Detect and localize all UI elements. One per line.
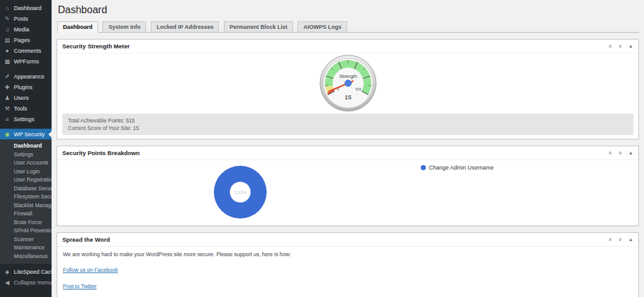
collapse-menu-button[interactable]: ◀ Collapse menu (0, 277, 52, 288)
gauge-title: Strength (339, 73, 357, 79)
sidebar-separator (0, 67, 52, 71)
toggle-panel-icon[interactable]: ▲ (628, 237, 633, 242)
legend-label: Change Admin Username (429, 165, 494, 171)
score-summary-box: Total Achievable Points: 515 Current Sco… (62, 114, 633, 135)
main-content: Dashboard Dashboard System Info Locked I… (52, 0, 644, 297)
gauge-hub (345, 80, 351, 86)
breakdown-chart-area: 100% Change Admin Username (57, 160, 638, 225)
security-strength-meter-panel: Security Strength Meter ∧ ∨ ▲ (57, 39, 639, 139)
sidebar-item-settings[interactable]: ≡ Settings (0, 114, 52, 124)
security-points-breakdown-panel: Security Points Breakdown ∧ ∨ ▲ 100% Cha… (57, 146, 639, 226)
post-twitter-link[interactable]: Post to Twitter (63, 283, 97, 289)
sidebar-item-wpforms[interactable]: ▦ WPForms (0, 56, 52, 67)
sidebar-item-label: LiteSpeed Cache (14, 269, 57, 275)
sidebar-item-label: Media (14, 26, 30, 33)
tab-bar: Dashboard System Info Locked IP Addresse… (57, 20, 639, 33)
sidebar-item-appearance[interactable]: ✐ Appearance (0, 71, 52, 82)
tab-locked-ip-addresses[interactable]: Locked IP Addresses (151, 21, 219, 32)
submenu-item-database-security[interactable]: Database Security (0, 185, 52, 193)
donut-center-label: 100% (234, 190, 247, 195)
comments-icon: ● (4, 48, 11, 54)
submenu-item-miscellaneous[interactable]: Miscellaneous (0, 252, 52, 261)
move-down-icon[interactable]: ∨ (618, 151, 622, 156)
sidebar-item-wp-security[interactable]: ◉ WP Security (0, 129, 52, 139)
total-achievable-points: Total Achievable Points: 515 (68, 117, 628, 124)
sidebar-item-label: Appearance (14, 73, 45, 80)
posts-icon: ✎ (4, 16, 11, 22)
panel-title: Security Points Breakdown (62, 149, 140, 156)
panel-header[interactable]: Security Strength Meter ∧ ∨ ▲ (57, 40, 638, 53)
submenu-item-spam-prevention[interactable]: SPAM Prevention (0, 227, 52, 235)
panel-header[interactable]: Spread the Word ∧ ∨ ▲ (57, 233, 638, 247)
collapse-menu-label: Collapse menu (14, 279, 52, 286)
admin-sidebar: ⌂ Dashboard ✎ Posts ♫ Media ▤ Pages ● Co… (0, 0, 52, 297)
move-up-icon[interactable]: ∧ (608, 44, 612, 49)
submenu-item-scanner[interactable]: Scanner (0, 235, 52, 244)
submenu-item-user-accounts[interactable]: User Accounts (0, 159, 52, 168)
sidebar-item-media[interactable]: ♫ Media (0, 24, 52, 35)
toggle-panel-icon[interactable]: ▲ (628, 151, 633, 156)
submenu-item-settings[interactable]: Settings (0, 151, 52, 159)
gauge-chart: Strength 0 515 15 (319, 54, 377, 112)
submenu-item-maintenance[interactable]: Maintenance (0, 244, 52, 252)
submenu-item-blacklist-manager[interactable]: Blacklist Manager (0, 202, 52, 210)
users-icon: ♟ (4, 95, 11, 101)
current-score: Current Score of Your Site: 15 (68, 124, 628, 132)
move-up-icon[interactable]: ∧ (608, 237, 612, 242)
tab-system-info[interactable]: System Info (103, 21, 146, 32)
move-down-icon[interactable]: ∨ (618, 237, 622, 242)
spread-intro-text: We are working hard to make your WordPre… (63, 251, 633, 257)
chart-legend: Change Admin Username (421, 165, 494, 171)
settings-icon: ≡ (4, 116, 11, 122)
tab-permanent-block-list[interactable]: Permanent Block List (224, 21, 293, 32)
donut-chart: 100% (214, 166, 267, 219)
sidebar-item-posts[interactable]: ✎ Posts (0, 13, 52, 24)
wp-security-submenu: Dashboard Settings User Accounts User Lo… (0, 139, 52, 264)
sidebar-item-label: Dashboard (14, 5, 42, 11)
dashboard-icon: ⌂ (4, 5, 11, 11)
sidebar-item-litespeed-cache[interactable]: ◈ LiteSpeed Cache (0, 266, 52, 277)
gauge-max-label: 515 (355, 87, 361, 91)
sidebar-item-users[interactable]: ♟ Users (0, 92, 52, 103)
submenu-item-brute-force[interactable]: Brute Force (0, 219, 52, 227)
wpforms-icon: ▦ (4, 58, 11, 65)
toggle-panel-icon[interactable]: ▲ (628, 44, 633, 49)
litespeed-icon: ◈ (4, 269, 11, 275)
spread-the-word-panel: Spread the Word ∧ ∨ ▲ We are working har… (57, 232, 639, 297)
move-up-icon[interactable]: ∧ (608, 151, 612, 156)
sidebar-item-label: Comments (14, 48, 42, 54)
strength-gauge: Strength 0 515 15 (57, 53, 638, 112)
tools-icon: ⚒ (4, 105, 11, 112)
sidebar-item-tools[interactable]: ⚒ Tools (0, 103, 52, 114)
gauge-value-label: 15 (345, 94, 352, 100)
sidebar-item-label: WPForms (14, 58, 39, 65)
panel-title: Security Strength Meter (62, 43, 130, 50)
sidebar-item-pages[interactable]: ▤ Pages (0, 35, 52, 45)
sidebar-separator (0, 124, 52, 129)
panel-header[interactable]: Security Points Breakdown ∧ ∨ ▲ (57, 146, 638, 160)
move-down-icon[interactable]: ∨ (618, 44, 622, 49)
sidebar-item-plugins[interactable]: ✚ Plugins (0, 82, 52, 92)
submenu-item-user-login[interactable]: User Login (0, 168, 52, 176)
legend-dot-icon (421, 165, 426, 170)
submenu-item-user-registration[interactable]: User Registration (0, 176, 52, 185)
sidebar-item-dashboard[interactable]: ⌂ Dashboard (0, 3, 52, 13)
media-icon: ♫ (4, 26, 11, 33)
sidebar-item-label: Posts (14, 16, 28, 22)
tab-dashboard[interactable]: Dashboard (57, 21, 98, 33)
submenu-item-dashboard[interactable]: Dashboard (0, 142, 52, 151)
sidebar-item-label: Plugins (14, 84, 33, 90)
sidebar-item-label: WP Security (14, 131, 45, 138)
sidebar-item-comments[interactable]: ● Comments (0, 45, 52, 56)
panel-title: Spread the Word (62, 236, 110, 243)
tab-aiowps-logs[interactable]: AIOWPS Logs (297, 21, 347, 32)
sidebar-item-label: Tools (14, 105, 27, 112)
submenu-item-firewall[interactable]: Firewall (0, 210, 52, 219)
follow-facebook-link[interactable]: Follow us on Facebook (63, 267, 118, 273)
submenu-item-filesystem-security[interactable]: Filesystem Security (0, 193, 52, 202)
pages-icon: ▤ (4, 37, 11, 43)
page-title: Dashboard (57, 0, 639, 20)
sidebar-item-label: Users (14, 95, 29, 101)
sidebar-item-label: Settings (14, 116, 35, 122)
shield-icon: ◉ (4, 131, 11, 138)
